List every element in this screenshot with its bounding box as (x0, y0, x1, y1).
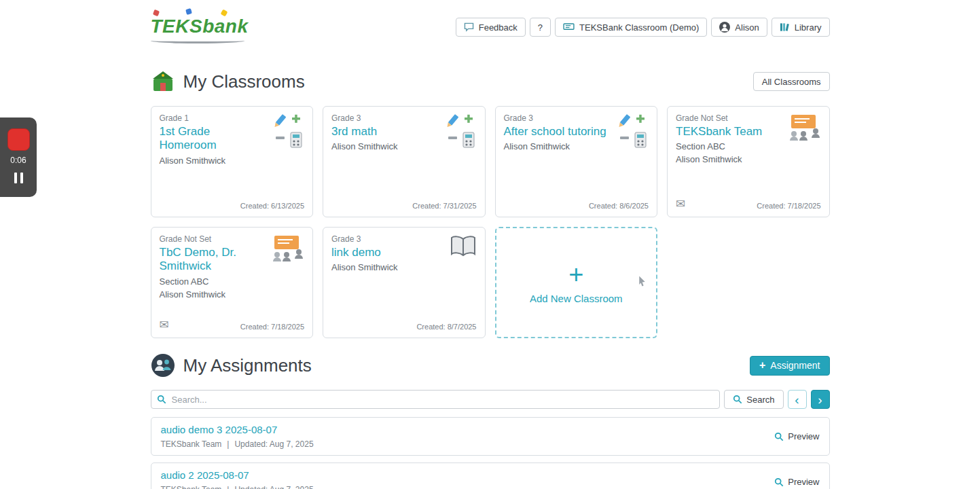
classroom-link[interactable]: 1st Grade Homeroom (160, 125, 270, 153)
card-created: Created: 6/13/2025 (240, 202, 304, 210)
feedback-button[interactable]: Feedback (456, 18, 526, 37)
assignment-row[interactable]: audio 2 2025-08-07 TEKSbank Team | Updat… (151, 463, 830, 489)
assignment-team: TEKSbank Team (161, 439, 222, 449)
next-page-button[interactable]: › (811, 390, 830, 409)
card-created: Created: 7/18/2025 (240, 323, 304, 331)
card-section: Section ABC (676, 141, 782, 151)
envelope-icon: ✉ (160, 319, 169, 331)
card-created: Created: 8/7/2025 (416, 323, 476, 331)
classrooms-title: My Classrooms (183, 71, 305, 92)
topbar: TEKSbank Feedback ? TEKSBank Classroom (… (151, 0, 830, 54)
classroom-card[interactable]: Grade 3 After school tutoring Alison Smi… (495, 106, 658, 217)
preview-button[interactable]: Preview (774, 431, 819, 441)
classroom-link[interactable]: link demo (331, 246, 446, 259)
preview-button[interactable]: Preview (774, 477, 819, 487)
preview-label: Preview (788, 477, 819, 487)
assignment-row[interactable]: audio demo 3 2025-08-07 TEKSbank Team | … (151, 417, 830, 456)
classroom-card[interactable]: Grade 1 1st Grade Homeroom Alison Smithw… (151, 106, 314, 217)
card-teacher: Alison Smithwick (331, 262, 446, 272)
search-button-label: Search (746, 395, 774, 405)
classrooms-grid: Grade 1 1st Grade Homeroom Alison Smithw… (151, 106, 830, 338)
library-books-icon (780, 22, 790, 32)
classroom-card[interactable]: Grade Not Set TEKSbank Team Section ABC … (667, 106, 830, 217)
user-avatar-icon (719, 22, 730, 33)
logo-accent-icon (185, 8, 192, 15)
classroom-link[interactable]: 3rd math (331, 125, 441, 139)
card-created: Created: 8/6/2025 (589, 202, 649, 210)
card-created: Created: 7/18/2025 (757, 202, 820, 210)
help-button[interactable]: ? (530, 18, 551, 37)
card-grade: Grade 3 (331, 234, 446, 244)
recording-time: 0:06 (10, 156, 26, 165)
card-teacher: Alison Smithwick (160, 289, 266, 300)
add-classroom-card[interactable]: + Add New Classroom (495, 227, 658, 338)
search-icon (157, 395, 166, 404)
screen-recorder-widget: 0:06 (0, 117, 37, 197)
classroom-link[interactable]: After school tutoring (504, 125, 614, 139)
card-grade: Grade Not Set (160, 234, 266, 244)
help-icon: ? (538, 22, 543, 33)
classroom-scene-icon (269, 234, 304, 300)
assignment-link[interactable]: audio 2 2025-08-07 (161, 469, 249, 481)
user-label: Alison (735, 22, 759, 33)
preview-label: Preview (788, 431, 819, 441)
card-teacher: Alison Smithwick (504, 141, 614, 151)
meta-divider: | (227, 485, 229, 489)
assignments-search-row: Search ‹ › (151, 390, 830, 409)
meta-divider: | (227, 439, 229, 449)
logo-text: TEKSbank (151, 16, 249, 37)
search-input[interactable] (151, 390, 721, 409)
topbar-buttons: Feedback ? TEKSBank Classroom (Demo) Ali… (456, 18, 830, 37)
pause-recording-button[interactable] (12, 170, 26, 186)
chalkboard-icon (563, 23, 575, 32)
card-teacher: Alison Smithwick (676, 154, 782, 164)
card-created: Created: 7/31/2025 (412, 202, 476, 210)
prev-page-button[interactable]: ‹ (788, 390, 807, 409)
cursor-pointer-icon (638, 276, 647, 290)
new-assignment-button[interactable]: + Assignment (750, 356, 830, 376)
chevron-right-icon: › (818, 393, 822, 406)
assignment-link[interactable]: audio demo 3 2025-08-07 (161, 424, 278, 435)
logo-accent-icon (152, 9, 159, 16)
classroom-demo-label: TEKSBank Classroom (Demo) (579, 22, 699, 33)
classroom-card[interactable]: Grade 3 link demo Alison Smithwick Creat… (323, 227, 486, 338)
card-teacher: Alison Smithwick (331, 141, 441, 151)
classrooms-icon (151, 69, 175, 94)
assignment-updated: Updated: Aug 7, 2025 (234, 439, 313, 449)
feedback-bubble-icon (464, 22, 474, 32)
new-assignment-label: Assignment (770, 360, 820, 371)
library-button[interactable]: Library (772, 18, 830, 37)
math-tools-icon (446, 113, 477, 154)
card-grade: Grade Not Set (676, 113, 782, 123)
envelope-icon: ✉ (676, 198, 685, 210)
classroom-link[interactable]: TEKSbank Team (676, 125, 782, 139)
card-grade: Grade 1 (160, 113, 270, 123)
library-label: Library (795, 22, 822, 33)
classroom-link[interactable]: TbC Demo, Dr. Smithwick (160, 246, 266, 274)
add-classroom-label: Add New Classroom (530, 293, 623, 304)
classroom-scene-icon (786, 113, 821, 164)
user-button[interactable]: Alison (711, 18, 767, 37)
classroom-demo-button[interactable]: TEKSBank Classroom (Demo) (555, 18, 707, 37)
card-section: Section ABC (160, 276, 266, 287)
logo-swoosh (151, 38, 244, 43)
open-book-icon (450, 234, 477, 272)
math-tools-icon (273, 113, 304, 166)
classrooms-header: My Classrooms All Classrooms (151, 69, 830, 94)
preview-magnifier-icon (774, 477, 784, 487)
chevron-left-icon: ‹ (795, 393, 799, 406)
assignment-team: TEKSbank Team (161, 485, 222, 489)
card-grade: Grade 3 (504, 113, 614, 123)
classroom-card[interactable]: Grade 3 3rd math Alison Smithwick Create… (323, 106, 486, 217)
plus-icon: + (759, 360, 765, 371)
search-icon (733, 395, 742, 404)
assignments-icon (151, 353, 175, 378)
math-tools-icon (617, 113, 649, 154)
all-classrooms-button[interactable]: All Classrooms (753, 72, 830, 91)
search-button[interactable]: Search (724, 390, 783, 409)
pause-icon (20, 173, 23, 183)
teksbank-logo[interactable]: TEKSbank (151, 12, 249, 43)
classroom-card[interactable]: Grade Not Set TbC Demo, Dr. Smithwick Se… (151, 227, 314, 338)
pause-icon (14, 173, 17, 183)
stop-recording-button[interactable] (7, 128, 30, 151)
